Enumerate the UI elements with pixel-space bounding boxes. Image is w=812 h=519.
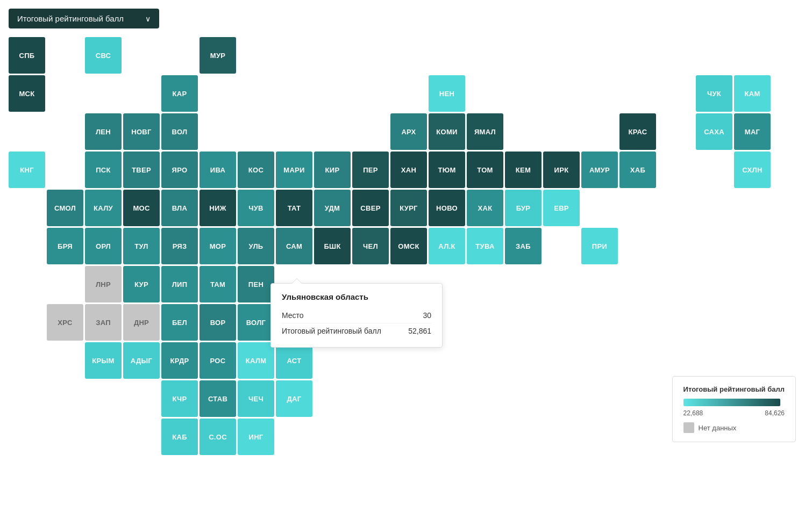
map-cell[interactable] [276, 37, 312, 74]
map-cell[interactable] [9, 266, 45, 302]
map-cell[interactable]: КОС [238, 152, 274, 188]
map-cell[interactable] [47, 37, 83, 74]
map-cell[interactable]: КАЛУ [85, 190, 122, 226]
map-cell[interactable]: КИР [314, 152, 351, 188]
map-cell[interactable] [619, 304, 656, 341]
map-cell[interactable]: АРХ [390, 113, 427, 150]
map-cell[interactable] [581, 266, 618, 302]
map-cell[interactable] [505, 113, 542, 150]
map-cell[interactable]: ТАМ [200, 266, 236, 302]
map-cell[interactable] [505, 75, 542, 112]
map-cell[interactable]: КЧР [161, 380, 198, 417]
map-cell[interactable] [352, 342, 389, 379]
map-cell[interactable] [658, 113, 694, 150]
map-cell[interactable] [505, 37, 542, 74]
map-cell[interactable]: ХАБ [619, 152, 656, 188]
map-cell[interactable]: ИВА [200, 152, 236, 188]
map-cell[interactable]: ТАТ [276, 190, 312, 226]
map-cell[interactable] [85, 419, 122, 455]
map-cell[interactable] [352, 113, 389, 150]
map-cell[interactable] [505, 304, 542, 341]
map-cell[interactable]: ЗАП [85, 304, 122, 341]
map-cell[interactable] [696, 152, 732, 188]
map-cell[interactable] [619, 380, 656, 417]
map-cell[interactable] [619, 419, 656, 455]
map-cell[interactable] [658, 228, 694, 264]
map-cell[interactable] [467, 304, 503, 341]
map-cell[interactable]: АМУР [581, 152, 618, 188]
map-cell[interactable]: УЛЬ [238, 228, 274, 264]
map-cell[interactable]: ДНР [123, 304, 160, 341]
map-cell[interactable] [314, 342, 351, 379]
map-cell[interactable]: ЧЕЛ [352, 228, 389, 264]
map-cell[interactable] [429, 37, 465, 74]
map-cell[interactable] [543, 380, 580, 417]
map-cell[interactable]: ТВЕР [123, 152, 160, 188]
map-cell[interactable] [314, 419, 351, 455]
map-cell[interactable] [619, 190, 656, 226]
map-cell[interactable] [581, 113, 618, 150]
map-cell[interactable] [352, 380, 389, 417]
map-cell[interactable]: ВЛА [161, 190, 198, 226]
map-cell[interactable]: СПБ [9, 37, 45, 74]
map-cell[interactable] [9, 419, 45, 455]
map-cell[interactable] [47, 419, 83, 455]
map-cell[interactable] [429, 342, 465, 379]
map-cell[interactable] [9, 304, 45, 341]
map-cell[interactable]: НИЖ [200, 190, 236, 226]
map-cell[interactable] [581, 304, 618, 341]
map-cell[interactable] [543, 304, 580, 341]
map-cell[interactable] [581, 419, 618, 455]
map-cell[interactable] [47, 113, 83, 150]
map-cell[interactable]: КНГ [9, 152, 45, 188]
map-cell[interactable] [734, 228, 771, 264]
map-cell[interactable]: ЗАБ [505, 228, 542, 264]
metric-dropdown[interactable]: Итоговый рейтинговый балл ∨ [9, 9, 159, 28]
map-cell[interactable] [123, 75, 160, 112]
map-cell[interactable] [581, 37, 618, 74]
map-cell[interactable] [85, 380, 122, 417]
map-cell[interactable]: ПЕР [352, 152, 389, 188]
map-cell[interactable]: НОВГ [123, 113, 160, 150]
map-cell[interactable]: НЕН [429, 75, 465, 112]
map-cell[interactable]: ВОЛ [161, 113, 198, 150]
map-cell[interactable] [467, 342, 503, 379]
map-cell[interactable]: ДАГ [276, 380, 312, 417]
map-cell[interactable]: АСТ [276, 342, 312, 379]
map-cell[interactable] [9, 113, 45, 150]
map-cell[interactable] [390, 342, 427, 379]
map-cell[interactable]: КАМ [734, 75, 771, 112]
map-cell[interactable] [123, 37, 160, 74]
map-cell[interactable]: ХАК [467, 190, 503, 226]
map-cell[interactable] [734, 304, 771, 341]
map-cell[interactable]: ТУВА [467, 228, 503, 264]
map-cell[interactable] [47, 75, 83, 112]
map-cell[interactable] [619, 342, 656, 379]
map-cell[interactable] [734, 37, 771, 74]
map-cell[interactable]: КРАС [619, 113, 656, 150]
map-cell[interactable]: ЯРО [161, 152, 198, 188]
map-cell[interactable] [314, 380, 351, 417]
map-cell[interactable] [543, 266, 580, 302]
map-cell[interactable]: РЯЗ [161, 228, 198, 264]
map-cell[interactable]: ЧЕЧ [238, 380, 274, 417]
map-cell[interactable]: МУР [200, 37, 236, 74]
map-cell[interactable]: ОМСК [390, 228, 427, 264]
map-cell[interactable] [352, 419, 389, 455]
map-cell[interactable] [658, 152, 694, 188]
map-cell[interactable]: ЧУК [696, 75, 732, 112]
map-cell[interactable] [47, 342, 83, 379]
map-cell[interactable] [200, 75, 236, 112]
map-cell[interactable]: САМ [276, 228, 312, 264]
map-cell[interactable]: БЕЛ [161, 304, 198, 341]
map-cell[interactable]: ИНГ [238, 419, 274, 455]
map-cell[interactable] [543, 419, 580, 455]
map-cell[interactable]: ТУЛ [123, 228, 160, 264]
map-cell[interactable]: ЕВР [543, 190, 580, 226]
map-cell[interactable] [314, 37, 351, 74]
map-cell[interactable]: АЛ.К [429, 228, 465, 264]
map-cell[interactable] [123, 380, 160, 417]
map-cell[interactable] [352, 37, 389, 74]
map-cell[interactable]: КАЛМ [238, 342, 274, 379]
map-cell[interactable]: РОС [200, 342, 236, 379]
